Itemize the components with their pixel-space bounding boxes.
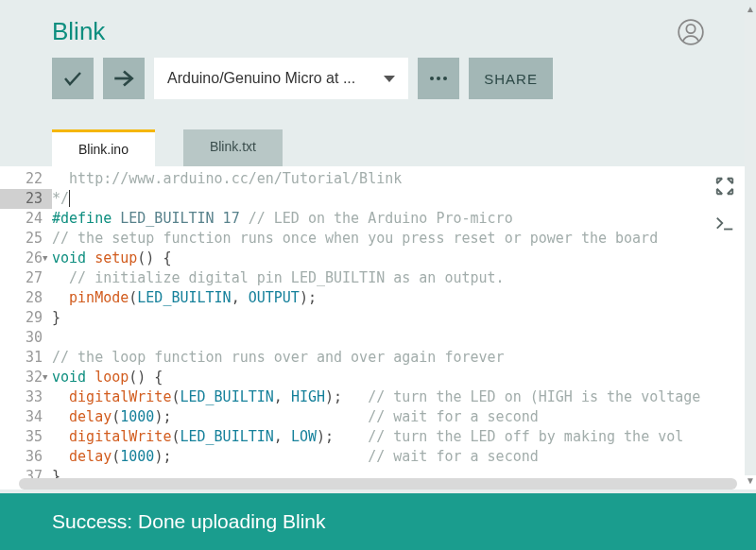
svg-point-3	[430, 77, 434, 80]
line-number: 35	[0, 427, 52, 447]
code-line[interactable]: 27 // initialize digital pin LED_BUILTIN…	[0, 268, 756, 288]
upload-button[interactable]	[103, 58, 145, 99]
code-line[interactable]: 32▼void loop() {	[0, 368, 756, 387]
code-line[interactable]: 28 pinMode(LED_BUILTIN, OUTPUT);	[0, 288, 756, 308]
line-content[interactable]: http://www.arduino.cc/en/Tutorial/Blink	[52, 169, 756, 189]
board-label: Arduino/Genuino Micro at ...	[167, 70, 355, 87]
line-content[interactable]: delay(1000); // wait for a second	[52, 447, 756, 467]
line-number: 25	[0, 229, 52, 249]
line-content[interactable]	[52, 328, 756, 348]
svg-point-1	[686, 24, 695, 32]
line-content[interactable]: digitalWrite(LED_BUILTIN, HIGH); // turn…	[52, 387, 756, 407]
user-icon[interactable]	[678, 19, 704, 45]
fold-icon[interactable]: ▼	[43, 368, 47, 387]
line-number: 24	[0, 209, 52, 229]
code-line[interactable]: 23*/	[0, 189, 756, 209]
line-number: 27	[0, 268, 52, 288]
verify-button[interactable]	[52, 58, 94, 99]
fold-icon[interactable]: ▼	[43, 249, 47, 268]
line-content[interactable]: digitalWrite(LED_BUILTIN, LOW); // turn …	[52, 427, 756, 447]
tab-inactive[interactable]: Blink.txt	[183, 129, 283, 166]
line-content[interactable]: delay(1000); // wait for a second	[52, 407, 756, 427]
code-line[interactable]: 22 http://www.arduino.cc/en/Tutorial/Bli…	[0, 169, 756, 189]
line-content[interactable]: // the loop function runs over and over …	[52, 348, 756, 368]
code-line[interactable]: 29}	[0, 308, 756, 328]
line-number: 31	[0, 348, 52, 368]
line-number: 33	[0, 387, 52, 407]
dots-icon	[427, 67, 450, 90]
serial-monitor-icon[interactable]	[713, 214, 737, 234]
share-label: SHARE	[484, 71, 538, 87]
code-line[interactable]: 31// the loop function runs over and ove…	[0, 348, 756, 368]
scroll-up-icon[interactable]: ▲	[746, 4, 755, 14]
arrow-right-icon	[112, 66, 136, 91]
tab-active[interactable]: Blink.ino	[52, 129, 155, 166]
line-number: 23	[0, 189, 52, 209]
code-line[interactable]: 25// the setup function runs once when y…	[0, 229, 756, 249]
line-number: 26▼	[0, 249, 52, 268]
more-button[interactable]	[418, 58, 459, 99]
line-number: 36	[0, 447, 52, 467]
line-content[interactable]: // initialize digital pin LED_BUILTIN as…	[52, 268, 756, 288]
board-select[interactable]: Arduino/Genuino Micro at ...	[154, 58, 408, 99]
check-icon	[61, 67, 84, 90]
line-content[interactable]: pinMode(LED_BUILTIN, OUTPUT);	[52, 288, 756, 308]
line-content[interactable]: void setup() {	[52, 249, 756, 268]
line-content[interactable]: */	[52, 189, 756, 209]
sketch-title: Blink	[52, 17, 105, 46]
code-line[interactable]: 34 delay(1000); // wait for a second	[0, 407, 756, 427]
code-editor[interactable]: 22 http://www.arduino.cc/en/Tutorial/Bli…	[0, 166, 756, 490]
status-message: Success: Done uploading Blink	[52, 510, 326, 532]
share-button[interactable]: SHARE	[469, 58, 553, 99]
code-line[interactable]: 26▼void setup() {	[0, 249, 756, 268]
code-line[interactable]: 30	[0, 328, 756, 348]
line-content[interactable]: #define LED_BUILTIN 17 // LED on the Ard…	[52, 209, 756, 229]
scroll-down-icon[interactable]: ▼	[746, 475, 755, 486]
status-bar: Success: Done uploading Blink	[0, 493, 756, 550]
code-line[interactable]: 24#define LED_BUILTIN 17 // LED on the A…	[0, 209, 756, 229]
svg-point-4	[437, 77, 440, 80]
line-content[interactable]: void loop() {	[52, 368, 756, 387]
line-number: 34	[0, 407, 52, 427]
code-line[interactable]: 35 digitalWrite(LED_BUILTIN, LOW); // tu…	[0, 427, 756, 447]
fullscreen-icon[interactable]	[713, 176, 737, 197]
line-number: 29	[0, 308, 52, 328]
horizontal-scrollbar[interactable]	[19, 478, 737, 490]
line-content[interactable]: }	[52, 308, 756, 328]
line-content[interactable]: // the setup function runs once when you…	[52, 229, 756, 249]
svg-point-5	[443, 77, 447, 80]
caret-down-icon	[384, 76, 395, 82]
code-line[interactable]: 33 digitalWrite(LED_BUILTIN, HIGH); // t…	[0, 387, 756, 407]
line-number: 30	[0, 328, 52, 348]
code-line[interactable]: 36 delay(1000); // wait for a second	[0, 447, 756, 467]
line-number: 32▼	[0, 368, 52, 387]
line-number: 28	[0, 288, 52, 308]
line-number: 22	[0, 169, 52, 189]
vertical-scrollbar[interactable]: ▲ ▼	[745, 0, 756, 490]
